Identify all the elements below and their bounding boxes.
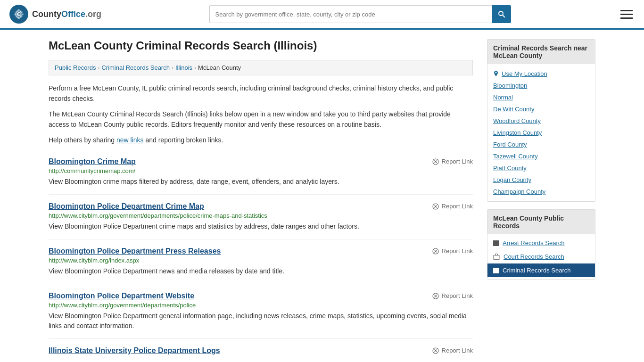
sidebar-nearby-link[interactable]: Bloomington <box>487 80 595 91</box>
result-url[interactable]: http://www.cityblm.org/government/depart… <box>49 212 473 219</box>
sidebar-use-my-location[interactable]: Use My Location <box>487 68 595 80</box>
main-container: McLean County Criminal Records Search (I… <box>39 30 605 362</box>
arrest-icon <box>493 240 499 246</box>
breadcrumb-separator-1: › <box>98 65 99 71</box>
svg-rect-24 <box>493 240 499 246</box>
result-title[interactable]: Bloomington Police Department Crime Map <box>49 202 204 211</box>
sidebar-nearby-links: Use My Location BloomingtonNormalDe Witt… <box>487 64 595 201</box>
breadcrumb: Public Records › Criminal Records Search… <box>49 60 473 75</box>
sidebar-public-title: McLean County Public Records <box>487 210 595 234</box>
sidebar-public-link-label: Arrest Records Search <box>503 239 565 247</box>
report-link-button[interactable]: Report Link <box>432 203 473 210</box>
sidebar-nearby-link[interactable]: Ford County <box>487 139 595 150</box>
search-button[interactable] <box>492 5 511 23</box>
sidebar-nearby-link[interactable]: Piatt County <box>487 162 595 174</box>
report-link-button[interactable]: Report Link <box>432 158 473 165</box>
result-header: Bloomington Police Department Website Re… <box>49 292 473 300</box>
sidebar-nearby-link[interactable]: Champaign County <box>487 186 595 197</box>
breadcrumb-current: McLean County <box>198 64 241 71</box>
result-url[interactable]: http://www.cityblm.org/index.aspx <box>49 257 473 264</box>
svg-line-8 <box>503 15 505 17</box>
report-link-button[interactable]: Report Link <box>432 292 473 300</box>
logo[interactable]: C CountyOffice.org <box>9 5 101 24</box>
report-link-label: Report Link <box>442 158 473 165</box>
report-icon <box>432 292 439 300</box>
result-title[interactable]: Bloomington Police Department Press Rele… <box>49 247 221 255</box>
sidebar-nearby-title: Criminal Records Search near McLean Coun… <box>487 40 595 64</box>
breadcrumb-illinois[interactable]: Illinois <box>175 64 192 71</box>
logo-icon: C <box>9 5 28 24</box>
court-icon <box>493 254 500 260</box>
result-item: Bloomington Police Department Website Re… <box>49 284 473 339</box>
result-desc: View Bloomington Police Department crime… <box>49 222 473 231</box>
report-icon <box>432 247 439 255</box>
sidebar-public-record-link[interactable]: Arrest Records Search <box>487 236 595 250</box>
report-icon <box>432 203 439 210</box>
report-icon <box>432 158 439 165</box>
search-input[interactable] <box>209 5 492 23</box>
report-link-label: Report Link <box>442 292 473 299</box>
result-desc: View Bloomington Police Department news … <box>49 266 473 276</box>
report-link-label: Report Link <box>442 347 473 354</box>
sidebar-nearby-link[interactable]: Normal <box>487 91 595 103</box>
description-para2: The McLean County Criminal Records Searc… <box>49 109 473 130</box>
report-icon <box>432 347 439 354</box>
criminal-icon <box>493 268 499 273</box>
sidebar-public-link-label: Court Records Search <box>504 253 564 260</box>
result-desc: View Bloomington crime maps filtered by … <box>49 177 473 187</box>
page-title: McLean County Criminal Records Search (I… <box>49 39 473 52</box>
new-links-link[interactable]: new links <box>116 136 144 144</box>
description-para3: Help others by sharing new links and rep… <box>49 135 473 145</box>
report-link-button[interactable]: Report Link <box>432 247 473 255</box>
content-area: McLean County Criminal Records Search (I… <box>49 39 473 362</box>
result-item: Bloomington Crime Map Report Link http:/… <box>49 150 473 195</box>
sidebar-nearby-links-list: BloomingtonNormalDe Witt CountyWoodford … <box>487 80 595 197</box>
svg-rect-26 <box>493 268 499 273</box>
result-item: Bloomington Police Department Crime Map … <box>49 195 473 239</box>
result-header: Illinois State University Police Departm… <box>49 346 473 355</box>
result-url[interactable]: http://communitycrimemap.com/ <box>49 167 473 174</box>
sidebar-public-link-label: Criminal Records Search <box>503 267 571 274</box>
result-url[interactable]: http://www.cityblm.org/government/depart… <box>49 302 473 309</box>
result-title[interactable]: Bloomington Crime Map <box>49 157 136 166</box>
sidebar-public-links-list: Arrest Records SearchCourt Records Searc… <box>487 234 595 279</box>
use-my-location-label: Use My Location <box>502 70 547 77</box>
sidebar: Criminal Records Search near McLean Coun… <box>487 39 595 362</box>
result-item: Illinois State University Police Departm… <box>49 339 473 362</box>
sidebar-nearby-link[interactable]: Logan County <box>487 174 595 186</box>
report-link-label: Report Link <box>442 203 473 210</box>
result-title[interactable]: Bloomington Police Department Website <box>49 292 194 300</box>
breadcrumb-criminal-records-search[interactable]: Criminal Records Search <box>101 64 170 71</box>
result-title[interactable]: Illinois State University Police Departm… <box>49 346 220 355</box>
breadcrumb-public-records[interactable]: Public Records <box>55 64 96 71</box>
sidebar-public-record-link[interactable]: Court Records Search <box>487 250 595 263</box>
result-item: Bloomington Police Department Press Rele… <box>49 239 473 284</box>
sidebar-nearby-link[interactable]: Tazewell County <box>487 150 595 162</box>
result-header: Bloomington Crime Map Report Link <box>49 157 473 166</box>
report-link-label: Report Link <box>442 247 473 255</box>
svg-rect-25 <box>494 255 499 259</box>
result-header: Bloomington Police Department Crime Map … <box>49 202 473 211</box>
breadcrumb-separator-3: › <box>194 65 196 71</box>
result-desc: View Bloomington Police Department gener… <box>49 311 473 331</box>
logo-text: CountyOffice.org <box>32 9 101 19</box>
sidebar-public-record-link[interactable]: Criminal Records Search <box>487 263 595 277</box>
description-para1: Perform a free McLean County, IL public … <box>49 83 473 104</box>
search-area <box>209 5 511 23</box>
sidebar-public-section: McLean County Public Records Arrest Reco… <box>487 209 595 280</box>
breadcrumb-separator-2: › <box>172 65 173 71</box>
report-link-button[interactable]: Report Link <box>432 347 473 354</box>
sidebar-nearby-link[interactable]: Livingston County <box>487 127 595 139</box>
sidebar-nearby-section: Criminal Records Search near McLean Coun… <box>487 39 595 202</box>
sidebar-nearby-link[interactable]: Woodford County <box>487 115 595 127</box>
result-header: Bloomington Police Department Press Rele… <box>49 247 473 255</box>
sidebar-nearby-link[interactable]: De Witt County <box>487 103 595 115</box>
header: C CountyOffice.org <box>0 0 644 30</box>
results-list: Bloomington Crime Map Report Link http:/… <box>49 150 473 362</box>
hamburger-menu-icon[interactable] <box>619 8 635 21</box>
svg-point-7 <box>499 11 503 16</box>
